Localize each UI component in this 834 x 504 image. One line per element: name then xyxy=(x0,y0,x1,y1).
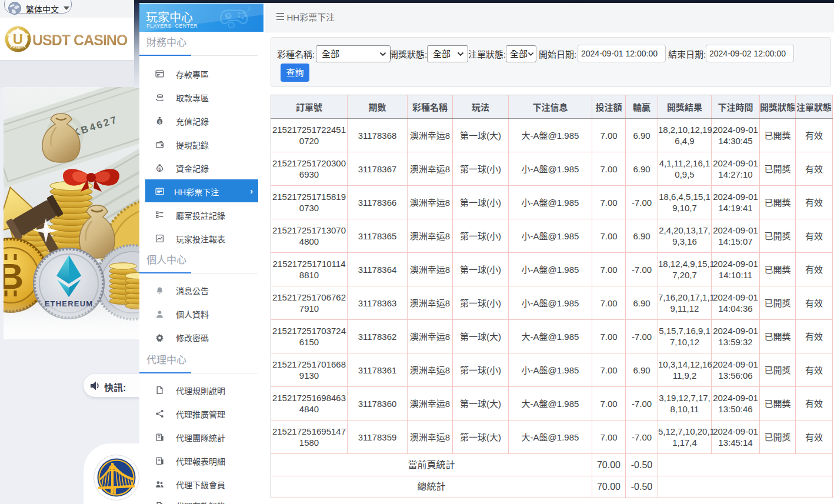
svg-text:$: $ xyxy=(158,166,161,172)
svg-text:B: B xyxy=(4,256,24,296)
svg-text:U: U xyxy=(13,31,23,47)
svg-text:Casino: Casino xyxy=(12,45,25,49)
